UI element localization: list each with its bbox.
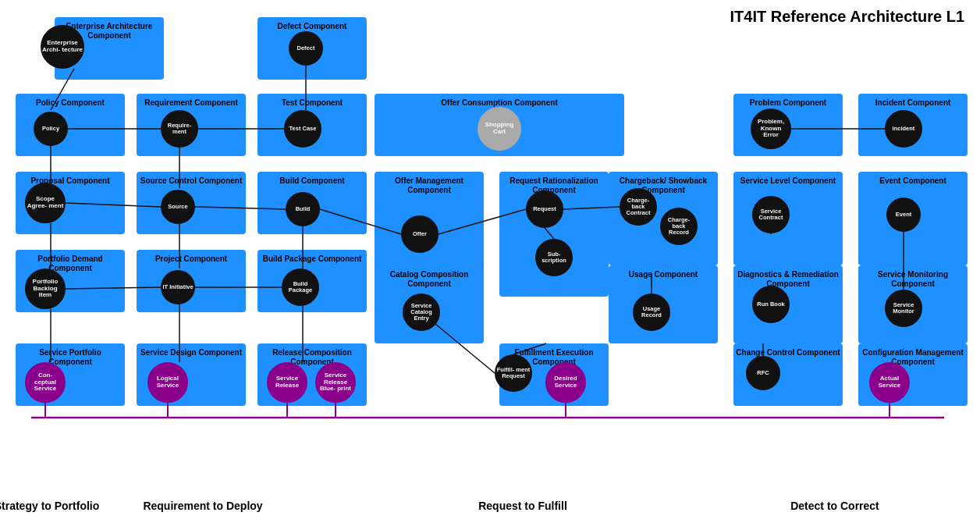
node-conceptual-service: Con- ceptual Service — [25, 362, 66, 403]
node-rfc: RFC — [746, 356, 780, 390]
component-label-project: Project Component — [138, 254, 244, 264]
component-label-offer-management: Offer Management Component — [376, 176, 482, 195]
section-label-strategy-to-portfolio: Strategy to Portfolio — [0, 500, 109, 512]
component-label-requirement: Requirement Component — [138, 98, 244, 108]
node-service-monitor: Service Monitor — [885, 290, 922, 327]
component-label-test: Test Component — [259, 98, 365, 108]
component-label-defect: Defect Component — [259, 22, 365, 31]
node-test-case: Test Case — [284, 110, 321, 148]
component-label-incident: Incident Component — [860, 98, 966, 108]
component-label-service-portfolio: Service Portfolio Component — [17, 348, 123, 367]
component-label-proposal: Proposal Component — [17, 176, 123, 186]
component-policy: Policy Component — [16, 94, 125, 156]
component-label-policy: Policy Component — [17, 98, 123, 108]
node-incident-node: Incident — [885, 110, 922, 148]
component-label-problem: Problem Component — [735, 98, 841, 108]
component-label-service-design: Service Design Component — [138, 348, 244, 358]
node-usage-record: Usage Record — [633, 294, 670, 331]
node-enterprise-arch-node: Enterprise Archi- tecture — [41, 25, 84, 69]
node-chargeback-record: Charge- back Record — [660, 208, 698, 245]
node-it-initiative: IT Initiative — [161, 270, 195, 304]
node-service-release: Service Release — [267, 362, 307, 403]
node-logical-service: Logical Service — [147, 362, 188, 403]
node-defect-node: Defect — [289, 31, 323, 66]
component-label-build: Build Component — [259, 176, 365, 186]
node-build-node: Build — [286, 192, 320, 226]
node-run-book: Run Book — [752, 286, 790, 323]
component-label-change-control: Change Control Component — [735, 348, 841, 358]
node-chargeback-contract: Charge- back Contract — [620, 188, 657, 226]
component-label-event: Event Component — [860, 176, 966, 186]
section-label-requirement-to-deploy: Requirement to Deploy — [140, 500, 265, 512]
component-request-rationalization: Request Rationalization Component — [499, 172, 609, 297]
node-service-release-blueprint: Service Release Blue- print — [315, 362, 356, 403]
component-label-config-mgmt: Configuration Management Component — [860, 348, 966, 367]
main-container: IT4IT Reference Architecture L1 — [0, 0, 980, 523]
node-request-node: Request — [526, 190, 563, 228]
node-actual-service: Actual Service — [869, 362, 910, 403]
diagram: Enterprise Architecture ComponentPolicy … — [8, 8, 972, 492]
component-label-catalog-composition: Catalog Composition Component — [376, 270, 482, 289]
node-shopping-cart: Shopping Cart — [478, 107, 521, 151]
component-label-service-level: Service Level Component — [735, 176, 841, 186]
node-source-node: Source — [161, 190, 195, 224]
node-policy-node: Policy — [34, 112, 68, 146]
node-build-package-node: Build Package — [282, 269, 319, 306]
node-offer-node: Offer — [401, 215, 439, 253]
node-event-node: Event — [886, 197, 921, 232]
component-label-build-package: Build Package Component — [259, 254, 365, 264]
component-label-diagnostics: Diagnostics & Remediation Component — [735, 270, 841, 289]
section-label-request-to-fulfill: Request to Fulfill — [460, 500, 585, 512]
component-label-service-monitoring: Service Monitoring Component — [860, 270, 966, 289]
component-label-release-composition: Release Composition Component — [259, 348, 365, 367]
node-service-catalog-entry: Service Catalog Entry — [403, 294, 440, 331]
node-desired-service: Desired Service — [545, 362, 586, 403]
node-subscription: Sub- scription — [535, 239, 573, 276]
section-label-detect-to-correct: Detect to Correct — [772, 500, 897, 512]
component-label-usage: Usage Component — [610, 270, 716, 279]
node-problem-known-error: Problem, Known Error — [751, 109, 791, 149]
node-fulfillment-request: Fulfill- ment Request — [495, 354, 532, 392]
node-requirement-node: Require- ment — [161, 110, 198, 148]
node-portfolio-backlog: Portfolio Backlog Item — [25, 269, 66, 309]
node-scope-agreement: Scope Agree- ment — [25, 183, 66, 223]
component-label-source-control: Source Control Component — [138, 176, 244, 186]
node-service-contract: Service Contract — [752, 196, 790, 233]
component-label-portfolio-demand: Portfolio Demand Component — [17, 254, 123, 273]
